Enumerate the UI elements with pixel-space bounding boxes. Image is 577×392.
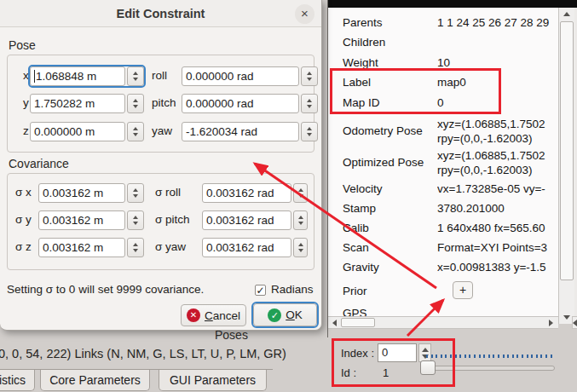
x-value: 1.068848 m	[36, 67, 96, 85]
y-field[interactable]: 1.750282 m	[30, 94, 144, 113]
yaw-label: yaw	[152, 124, 172, 137]
slider-handle[interactable]	[420, 360, 436, 375]
id-label: Id :	[341, 366, 356, 379]
horizontal-scrollbar[interactable]	[328, 316, 558, 329]
tab-core-parameters[interactable]: Core Parameters	[40, 370, 150, 391]
id-value: 1	[383, 366, 389, 379]
x-label: x	[23, 69, 29, 82]
prop-label: Stamp	[343, 202, 376, 215]
close-icon[interactable]: ×	[295, 4, 314, 24]
prop-label: Children	[343, 36, 385, 49]
prop-value: 10	[437, 56, 558, 69]
radians-checkbox[interactable]: ✓	[255, 285, 266, 296]
sigma-roll-label: σ roll	[155, 186, 181, 199]
text-cursor	[34, 70, 35, 83]
sigma-x-stepper[interactable]	[127, 183, 144, 203]
prop-value: map0	[437, 76, 558, 89]
prop-value: vx=1.73285e-05 vy=-	[437, 182, 558, 195]
slider-tick-marks	[426, 355, 555, 358]
prop-label: Weight	[343, 56, 378, 69]
tab-statistics[interactable]: istics	[0, 370, 35, 391]
y-value: 1.750282 m	[34, 95, 95, 112]
pitch-field[interactable]: 0.000000 rad	[182, 94, 318, 113]
y-stepper[interactable]	[127, 94, 144, 113]
prop-label: Optimized Pose	[343, 156, 424, 169]
covariance-note: Setting σ to 0 will set 9999 covariance.	[7, 283, 204, 296]
sigma-pitch-stepper[interactable]	[293, 210, 308, 230]
prop-label: Map ID	[343, 96, 380, 109]
sigma-roll-value: 0.003162 rad	[206, 184, 274, 202]
add-prior-button[interactable]: +	[453, 281, 473, 299]
index-slider[interactable]	[424, 366, 555, 371]
x-field[interactable]: 1.068848 m	[30, 66, 144, 86]
sigma-x-label: σ x	[15, 186, 32, 199]
pose-group-label: Pose	[9, 38, 36, 52]
sigma-x-value: 0.003162 m	[43, 184, 103, 202]
z-label: z	[23, 124, 29, 137]
ok-check-icon: ✓	[268, 308, 281, 322]
prop-value: 1 1 24 25 26 27 28 29	[437, 16, 558, 29]
scroll-right-icon[interactable]	[545, 317, 557, 328]
horizontal-scrollbar-thumb[interactable]	[341, 318, 375, 327]
prop-label: Label	[343, 76, 371, 89]
prop-label: Parents	[343, 16, 383, 29]
links-summary-text: 0, 0, 54, 222) Links (N, NM, G, LS, LT, …	[0, 347, 286, 360]
sigma-yaw-stepper[interactable]	[293, 238, 308, 257]
roll-field[interactable]: 0.000000 rad	[182, 66, 318, 86]
sigma-z-field[interactable]: 0.003162 m	[38, 238, 144, 257]
z-field[interactable]: 0.000000 m	[30, 122, 144, 141]
yaw-value: -1.620034 rad	[186, 123, 257, 141]
scroll-left-icon[interactable]	[328, 317, 340, 328]
sigma-z-stepper[interactable]	[127, 238, 144, 257]
sigma-y-field[interactable]: 0.003162 m	[38, 210, 144, 230]
prop-value: 1 640x480 fx=565.60	[437, 222, 558, 234]
ok-button[interactable]: ✓ OK	[253, 303, 317, 326]
z-stepper[interactable]	[127, 122, 144, 141]
prop-value: rpy=(0,0,-1.62003)	[437, 164, 558, 176]
scroll-up-icon[interactable]	[559, 8, 574, 20]
sigma-y-label: σ y	[15, 213, 32, 226]
covariance-group-label: Covariance	[9, 157, 69, 170]
vertical-scrollbar-thumb[interactable]	[560, 21, 574, 280]
sigma-x-field[interactable]: 0.003162 m	[38, 183, 144, 203]
roll-stepper[interactable]	[301, 66, 318, 86]
prop-label: Calib	[343, 222, 369, 234]
prop-value: x=0.00981383 y=-1.5	[437, 261, 558, 274]
sigma-yaw-value: 0.003162 rad	[206, 239, 274, 257]
prop-label: Odometry Pose	[343, 124, 423, 137]
prop-value: xyz=(1.06885,1.7502	[437, 118, 558, 130]
sigma-z-value: 0.003162 m	[43, 239, 103, 257]
sigma-yaw-label: σ yaw	[155, 240, 186, 253]
pitch-stepper[interactable]	[301, 94, 318, 113]
sigma-y-value: 0.003162 m	[43, 211, 103, 229]
sigma-pitch-field[interactable]: 0.003162 rad	[202, 210, 308, 230]
sigma-roll-stepper[interactable]	[293, 183, 308, 203]
stepper-up-icon[interactable]	[422, 348, 429, 352]
roll-label: roll	[152, 69, 167, 82]
prop-value: 0	[437, 96, 558, 109]
x-stepper[interactable]	[127, 66, 144, 86]
index-label: Index :	[341, 347, 374, 360]
tab-gui-parameters[interactable]: GUI Parameters	[159, 370, 267, 391]
index-input[interactable]: 0	[378, 343, 417, 362]
properties-list: Parents 1 1 24 25 26 27 28 29 Children W…	[328, 8, 577, 324]
roll-value: 0.000000 rad	[186, 67, 254, 85]
radians-label: Radians	[271, 283, 314, 296]
vertical-scrollbar[interactable]	[558, 8, 574, 324]
cancel-button[interactable]: ✕ Cancel	[181, 304, 246, 326]
edit-constraint-dialog: Edit Constraint × Pose x 1.068848 m roll…	[0, 0, 322, 331]
dialog-titlebar: Edit Constraint ×	[0, 0, 321, 27]
index-stepper[interactable]	[418, 343, 431, 362]
prop-label: Gravity	[343, 261, 379, 274]
prop-value: rpy=(0,0,-1.62003)	[437, 132, 558, 145]
prop-label: Scan	[343, 241, 369, 254]
yaw-stepper[interactable]	[301, 122, 318, 141]
sigma-pitch-label: σ pitch	[155, 213, 190, 226]
z-value: 0.000000 m	[34, 123, 95, 141]
y-label: y	[23, 96, 29, 109]
sigma-y-stepper[interactable]	[127, 210, 144, 230]
yaw-field[interactable]: -1.620034 rad	[182, 122, 318, 141]
prop-label: Prior	[343, 285, 367, 297]
sigma-yaw-field[interactable]: 0.003162 rad	[202, 238, 308, 257]
sigma-roll-field[interactable]: 0.003162 rad	[202, 183, 308, 203]
